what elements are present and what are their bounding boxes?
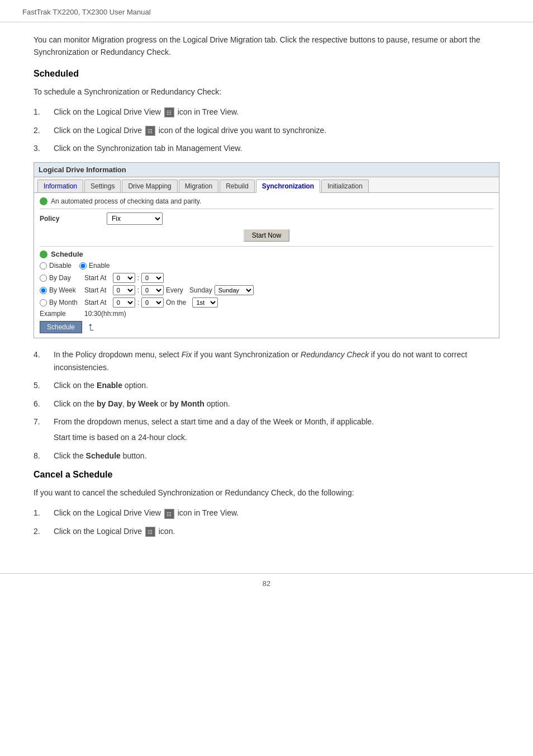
cancel-steps-list: 1. Click on the Logical Drive View ☷ ico… [34,507,499,537]
start-now-row: Start Now [40,229,493,242]
disable-enable-row: Disable Enable [40,262,493,270]
manual-title: FastTrak TX2200, TX2300 User Manual [22,8,151,16]
step-8: 8. Click the Schedule button. [34,450,499,462]
disable-option[interactable]: Disable [40,262,72,270]
by-month-radio[interactable] [40,299,47,306]
cancel-logical-drive-icon: ☷ [145,527,155,537]
cancel-step-2: 2. Click on the Logical Drive ☷ icon. [34,525,499,537]
day-hour-select[interactable]: 0123 45623 [113,273,135,283]
cancel-section: Cancel a Schedule If you want to cancel … [34,470,499,537]
page-number: 82 [263,579,270,588]
by-month-label: By Month [49,299,78,306]
info-row: An automated process of checking data an… [40,197,493,205]
example-value: 10:30(hh:mm) [84,310,126,318]
by-day-radio[interactable] [40,275,47,282]
tab-initialization[interactable]: Initialization [321,179,369,192]
fix-italic: Fix [182,350,192,359]
divider-1 [40,209,493,209]
step-4-text: In the Policy dropdown menu, select Fix … [54,348,499,374]
by-month-bold: by Month [170,399,204,408]
start-now-button[interactable]: Start Now [244,229,290,242]
by-day-label: By Day [49,274,71,282]
by-week-bold: by Week [127,399,159,408]
step-8-num: 8. [34,450,54,462]
week-min-select[interactable]: 0153045 [141,285,164,295]
month-day-select[interactable]: 1st2nd3rdLast [192,297,218,308]
by-month-controls: Start At 012 : 01530 On the 1st2nd3rdLas… [84,297,218,308]
step-7-subtext: Start time is based on a 24-hour clock. [54,431,499,443]
schedule-header: Schedule [40,250,493,258]
disable-radio[interactable] [40,262,47,270]
info-text: An automated process of checking data an… [51,197,201,205]
policy-label: Policy [40,215,107,223]
step-4: 4. In the Policy dropdown menu, select F… [34,348,499,374]
step-1-text: Click on the Logical Drive View ☷ icon i… [54,106,499,118]
policy-select[interactable]: Fix Redundancy Check [107,212,163,225]
step-5-text: Click on the Enable option. [54,379,499,391]
schedule-bold: Schedule [86,451,121,460]
schedule-circle-icon [40,251,47,258]
panel-title: Logical Drive Information [34,163,499,177]
logical-drive-panel: Logical Drive Information Information Se… [34,162,499,338]
redundancy-check-italic: Redundancy Check [301,350,369,359]
cancel-step-1-text: Click on the Logical Drive View ☷ icon i… [54,507,499,519]
month-hour-select[interactable]: 012 [113,297,135,308]
step-1-num: 1. [34,106,54,118]
step-7: 7. From the dropdown menus, select a sta… [34,415,499,444]
by-day-bold: by Day [97,399,122,408]
colon-1: : [137,274,139,282]
tab-rebuild[interactable]: Rebuild [220,179,255,192]
step-3: 3. Click on the Synchronization tab in M… [34,142,499,154]
by-day-label-container: By Day [40,274,84,282]
step-5: 5. Click on the Enable option. [34,379,499,391]
by-week-label-container: By Week [40,286,84,294]
tab-migration[interactable]: Migration [179,179,218,192]
schedule-button[interactable]: Schedule [40,321,82,333]
step-3-num: 3. [34,142,54,154]
step-2-text: Click on the Logical Drive ☷ icon of the… [54,124,499,136]
step-4-num: 4. [34,348,54,361]
week-day-select[interactable]: SundayMondayTuesday WednesdayThursdayFri… [215,285,254,295]
day-min-select[interactable]: 0153045 [141,273,164,283]
tab-information[interactable]: Information [37,179,83,192]
green-circle-icon [40,197,47,205]
step-5-num: 5. [34,379,54,391]
tab-settings[interactable]: Settings [84,179,121,192]
step-2: 2. Click on the Logical Drive ☷ icon of … [34,124,499,136]
by-day-row: By Day Start At 0123 45623 : 0153045 [40,273,493,283]
step-6: 6. Click on the by Day, by Week or by Mo… [34,398,499,410]
enable-label: Enable [89,262,110,270]
enable-option[interactable]: Enable [79,262,110,270]
schedule-label: Schedule [51,250,83,258]
scheduled-heading: Scheduled [34,69,499,79]
by-week-controls: Start At 0123 : 0153045 Every Sunday Sun… [84,285,254,295]
panel-body: An automated process of checking data an… [34,193,499,338]
steps-after-panel: 4. In the Policy dropdown menu, select F… [34,348,499,462]
step-6-text: Click on the by Day, by Week or by Month… [54,398,499,410]
divider-2 [40,246,493,247]
cancel-heading: Cancel a Schedule [34,470,499,480]
start-at-label-week: Start At [84,286,106,294]
colon-2: : [137,286,139,294]
start-at-label-month: Start At [84,299,106,306]
step-7-num: 7. [34,415,54,428]
month-min-select[interactable]: 01530 [141,297,164,308]
cancel-step-1-num: 1. [34,507,54,519]
tab-synchronization[interactable]: Synchronization [256,179,320,193]
tab-drive-mapping[interactable]: Drive Mapping [122,179,177,192]
on-the-label: On the [166,299,186,306]
schedule-btn-row: Schedule ⮤ [40,321,493,333]
disable-label: Disable [49,262,72,270]
week-hour-select[interactable]: 0123 [113,285,135,295]
by-week-label: By Week [49,286,76,294]
enable-radio[interactable] [79,262,87,270]
by-week-radio[interactable] [40,287,47,294]
step-1: 1. Click on the Logical Drive View ☷ ico… [34,106,499,118]
scheduled-intro: To schedule a Synchronization or Redunda… [34,86,499,98]
colon-3: : [137,299,139,306]
sunday-label: Sunday [189,286,212,294]
step-7-text: From the dropdown menus, select a start … [54,415,499,444]
cursor-icon: ⮤ [88,323,96,332]
example-label: Example [40,310,84,318]
enable-bold: Enable [97,381,122,390]
